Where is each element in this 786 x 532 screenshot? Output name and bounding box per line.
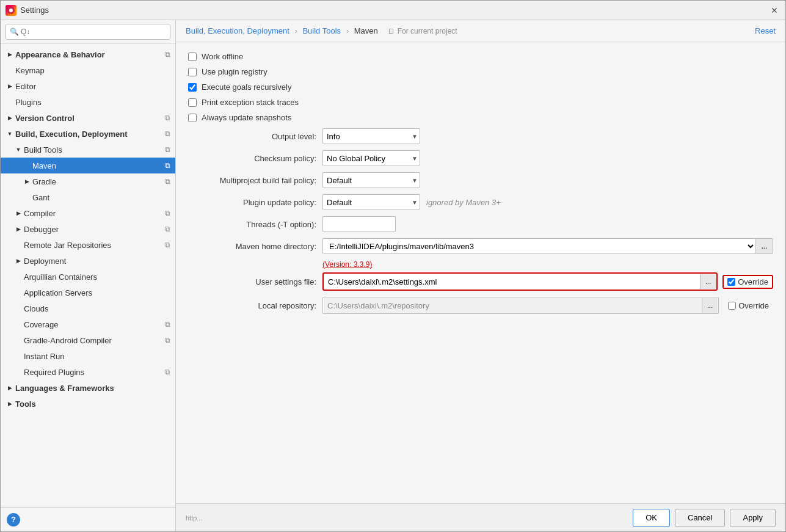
tree-arrow-keymap	[5, 66, 14, 75]
main-content: Build, Execution, Deployment › Build Too…	[176, 20, 785, 531]
sidebar-item-build-exec[interactable]: Build, Execution, Deployment ⧉	[1, 126, 175, 142]
local-repo-override-label[interactable]: Override	[738, 301, 769, 310]
sidebar-item-languages[interactable]: Languages & Frameworks	[1, 380, 175, 396]
output-level-select[interactable]: Info Debug Error	[322, 128, 420, 144]
sidebar-item-keymap[interactable]: Keymap	[1, 62, 175, 78]
user-settings-override-label[interactable]: Override	[738, 277, 768, 286]
tree-arrow-gradle	[23, 177, 31, 186]
sidebar-item-plugins[interactable]: Plugins	[1, 94, 175, 110]
sidebar-item-clouds[interactable]: Clouds	[1, 301, 175, 316]
sidebar-item-debugger[interactable]: Debugger ⧉	[1, 221, 175, 237]
version-note: (Version: 3.3.9)	[322, 260, 773, 269]
sidebar-item-instant-run[interactable]: Instant Run	[1, 348, 175, 364]
print-exception-label[interactable]: Print exception stack traces	[202, 98, 299, 107]
svg-point-1	[9, 9, 13, 12]
breadcrumb-current: Maven	[354, 26, 378, 35]
always-update-label[interactable]: Always update snapshots	[202, 113, 291, 122]
cancel-button[interactable]: Cancel	[675, 509, 725, 527]
breadcrumb: Build, Execution, Deployment › Build Too…	[186, 26, 378, 35]
local-repo-override-checkbox[interactable]	[728, 302, 736, 310]
tree-arrow-coverage	[14, 320, 23, 329]
sidebar-item-tools[interactable]: Tools	[1, 396, 175, 412]
user-settings-row: User settings file: ... Override	[188, 272, 773, 291]
plugin-update-select[interactable]: Default Check Never Check Always	[322, 194, 420, 210]
tree-arrow-editor	[5, 82, 14, 90]
sidebar-item-gant[interactable]: Gant	[1, 189, 175, 205]
sidebar-item-version-control[interactable]: Version Control ⧉	[1, 110, 175, 126]
sidebar-item-appearance[interactable]: Appearance & Behavior ⧉	[1, 46, 175, 62]
user-settings-input[interactable]	[324, 274, 700, 289]
work-offline-label[interactable]: Work offline	[202, 52, 243, 61]
breadcrumb-part1[interactable]: Build, Execution, Deployment	[186, 26, 289, 35]
tree-arrow-compiler	[14, 209, 23, 217]
sidebar-item-compiler[interactable]: Compiler ⧉	[1, 205, 175, 221]
sidebar-item-maven[interactable]: Maven ⧉	[1, 158, 175, 173]
multiproject-wrapper: Default Fail at End Never Fail ▼	[322, 172, 420, 188]
execute-goals-label[interactable]: Execute goals recursively	[202, 82, 291, 92]
user-settings-override-group: Override	[722, 275, 773, 289]
user-settings-override-checkbox[interactable]	[727, 278, 735, 286]
sidebar-item-gradle[interactable]: Gradle ⧉	[1, 173, 175, 189]
sidebar-item-app-servers[interactable]: Application Servers	[1, 285, 175, 301]
breadcrumb-part2[interactable]: Build Tools	[302, 26, 341, 35]
tree-arrow-arquillian	[14, 272, 23, 281]
checksum-policy-select[interactable]: No Global Policy Warn Fail	[322, 150, 420, 166]
tree-arrow-maven	[23, 161, 31, 170]
always-update-checkbox[interactable]	[188, 114, 197, 122]
print-exception-row: Print exception stack traces	[188, 98, 773, 107]
sidebar-item-build-tools[interactable]: Build Tools ⧉	[1, 142, 175, 158]
copy-icon: ⧉	[165, 50, 170, 59]
ok-button[interactable]: OK	[633, 509, 670, 527]
user-settings-browse-button[interactable]: ...	[700, 274, 716, 289]
content-area: 🔍 Appearance & Behavior ⧉ Keymap Edito	[1, 20, 785, 531]
sidebar: 🔍 Appearance & Behavior ⧉ Keymap Edito	[1, 20, 176, 531]
output-level-label: Output level:	[188, 132, 322, 141]
multiproject-select[interactable]: Default Fail at End Never Fail	[322, 172, 420, 188]
local-repo-input[interactable]	[324, 298, 702, 313]
copy-icon-build-tools: ⧉	[165, 145, 170, 154]
help-button[interactable]: ?	[7, 513, 20, 527]
maven-home-select[interactable]: E:/IntelliJIDEA/plugins/maven/lib/maven3	[322, 238, 756, 254]
sidebar-tree: Appearance & Behavior ⧉ Keymap Editor Pl…	[1, 44, 175, 507]
threads-input[interactable]	[322, 216, 396, 232]
maven-home-browse-button[interactable]: ...	[756, 238, 773, 254]
reset-button[interactable]: Reset	[755, 26, 776, 35]
copy-icon-debugger: ⧉	[165, 225, 170, 233]
tree-arrow-plugins	[5, 98, 14, 106]
apply-button[interactable]: Apply	[730, 509, 776, 527]
local-repo-input-group: ...	[322, 297, 719, 314]
tree-arrow-remote-jar	[14, 241, 23, 249]
ignored-note: ignored by Maven 3+	[426, 198, 501, 207]
bottom-bar: http... OK Cancel Apply	[176, 503, 785, 531]
sidebar-item-editor[interactable]: Editor	[1, 78, 175, 94]
for-project-label: 🗌For current project	[388, 27, 457, 35]
checksum-policy-label: Checksum policy:	[188, 154, 322, 163]
search-input[interactable]	[5, 24, 170, 40]
tree-arrow-build-exec	[5, 129, 14, 138]
maven-home-row: Maven home directory: E:/IntelliJIDEA/pl…	[188, 238, 773, 254]
tree-arrow-deployment	[14, 257, 23, 265]
copy-icon-coverage: ⧉	[165, 320, 170, 329]
sidebar-item-deployment[interactable]: Deployment	[1, 253, 175, 269]
sidebar-item-arquillian[interactable]: Arquillian Containers	[1, 269, 175, 285]
use-plugin-registry-label[interactable]: Use plugin registry	[202, 67, 267, 76]
tree-arrow-gradle-android	[14, 336, 23, 344]
tree-arrow-app-servers	[14, 288, 23, 297]
sidebar-item-required-plugins[interactable]: Required Plugins ⧉	[1, 364, 175, 380]
sidebar-item-gradle-android[interactable]: Gradle-Android Compiler ⧉	[1, 332, 175, 348]
work-offline-checkbox[interactable]	[188, 53, 197, 61]
use-plugin-registry-checkbox[interactable]	[188, 68, 197, 76]
tree-arrow-required-plugins	[14, 368, 23, 376]
sidebar-item-remote-jar[interactable]: Remote Jar Repositories ⧉	[1, 237, 175, 253]
user-settings-input-group: ...	[322, 272, 718, 291]
settings-panel: Work offline Use plugin registry Execute…	[176, 42, 785, 503]
settings-window: Settings ✕ 🔍 Appearance & Behavior ⧉	[0, 0, 786, 532]
print-exception-checkbox[interactable]	[188, 98, 197, 107]
breadcrumb-sep1: ›	[294, 26, 297, 35]
execute-goals-checkbox[interactable]	[188, 83, 197, 92]
sidebar-item-coverage[interactable]: Coverage ⧉	[1, 316, 175, 332]
use-plugin-registry-row: Use plugin registry	[188, 67, 773, 76]
local-repo-browse-button[interactable]: ...	[702, 298, 718, 313]
tree-arrow-tools	[5, 399, 14, 408]
close-button[interactable]: ✕	[768, 4, 781, 16]
